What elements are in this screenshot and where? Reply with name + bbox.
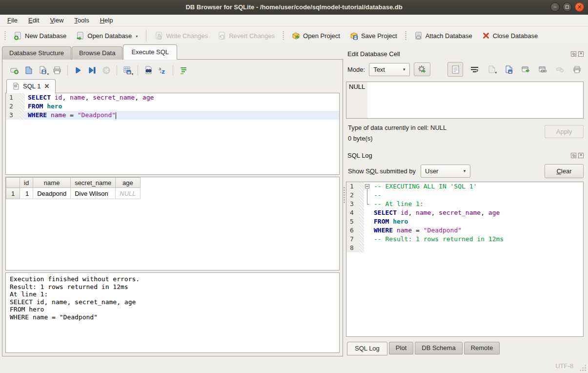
grid-corner[interactable] xyxy=(6,178,20,188)
new-database-button[interactable]: New Database xyxy=(9,29,71,42)
format-sql-button[interactable] xyxy=(177,64,190,77)
code-line[interactable]: 8 xyxy=(346,244,583,252)
code-text: SELECT id, name, secret_name, age xyxy=(25,93,339,102)
sql-editor[interactable]: 1SELECT id, name, secret_name, age2FROM … xyxy=(5,93,340,175)
combo-arrow-icon: ▾ xyxy=(459,168,470,173)
log-filter-combo[interactable]: User ▾ xyxy=(421,165,470,178)
table-row[interactable]: 11DeadpondDive WilsonNULL xyxy=(6,188,141,199)
code-line[interactable]: 3WHERE name = "Deadpond" xyxy=(6,111,339,120)
execute-current-line-button[interactable] xyxy=(86,64,99,77)
table-cell[interactable]: NULL xyxy=(116,188,140,199)
tab-db-schema[interactable]: DB Schema xyxy=(415,342,462,354)
close-database-icon xyxy=(482,32,490,40)
cell-editor[interactable]: NULL xyxy=(346,82,584,119)
revert-changes-label: Revert Changes xyxy=(229,32,275,40)
print-button[interactable] xyxy=(51,64,63,77)
open-external-button[interactable] xyxy=(520,63,531,75)
open-sql-tab-button[interactable] xyxy=(8,64,21,77)
clear-log-button[interactable]: Clear xyxy=(545,164,584,178)
save-sql-file-button[interactable]: ▾ xyxy=(37,64,49,77)
code-line[interactable]: 7-- Result: 1 rows returned in 12ms xyxy=(346,235,583,244)
sql-file-tab[interactable]: SQL 1 ✕ xyxy=(6,79,56,93)
row-header[interactable]: 1 xyxy=(6,188,20,199)
code-line[interactable]: 5FROM hero xyxy=(346,217,583,226)
column-header[interactable]: name xyxy=(33,178,71,188)
import-data-icon xyxy=(487,65,496,74)
attach-database-icon xyxy=(414,32,423,40)
close-dock-icon[interactable]: ✕ xyxy=(578,51,584,57)
save-project-button[interactable]: Save Project xyxy=(345,29,402,42)
copy-link-button[interactable] xyxy=(537,63,548,75)
close-database-button[interactable]: Close Database xyxy=(478,29,543,42)
stop-icon xyxy=(102,66,111,75)
menu-file[interactable]: File xyxy=(2,16,23,25)
revert-changes-button: Revert Changes xyxy=(213,29,279,42)
fold-collapse-icon[interactable] xyxy=(364,182,371,191)
toolbar-grip xyxy=(405,30,407,41)
column-header[interactable]: age xyxy=(116,178,140,188)
minimize-button[interactable]: − xyxy=(550,2,560,12)
save-sql-dropdown-icon[interactable]: ▾ xyxy=(47,72,49,76)
import-dropdown-icon: ▾ xyxy=(495,71,497,75)
word-wrap-button[interactable] xyxy=(468,63,480,75)
tab-browse-data[interactable]: Browse Data xyxy=(72,46,122,60)
export-data-button[interactable] xyxy=(503,63,514,75)
find-replace-button[interactable] xyxy=(142,64,155,77)
gutter-hatch xyxy=(359,208,364,217)
code-line[interactable]: 1-- EXECUTING ALL IN 'SQL 1' xyxy=(346,182,583,191)
float-dock-icon[interactable] xyxy=(571,153,576,158)
open-database-button[interactable]: Open Database ▾ xyxy=(72,29,142,42)
tab-execute-sql[interactable]: Execute SQL xyxy=(123,44,177,60)
column-header[interactable]: id xyxy=(20,178,33,188)
resize-grip-icon[interactable] xyxy=(579,364,586,371)
save-results-button[interactable]: ▾ xyxy=(121,64,134,77)
close-tab-icon[interactable]: ✕ xyxy=(44,83,49,90)
fold-guide xyxy=(364,200,371,208)
code-line[interactable]: 6WHERE name = "Deadpond" xyxy=(346,226,583,235)
code-text: -- xyxy=(371,191,583,200)
print-cell-button[interactable] xyxy=(571,63,583,75)
text-view-button[interactable] xyxy=(447,62,463,77)
table-cell[interactable]: Deadpond xyxy=(33,188,71,199)
close-dock-icon[interactable]: ✕ xyxy=(578,153,584,158)
auto-completion-button[interactable]: az xyxy=(156,64,169,77)
code-text: SELECT id, name, secret_name, age xyxy=(371,208,583,217)
tab-remote[interactable]: Remote xyxy=(464,342,500,354)
gutter-hatch xyxy=(359,200,364,208)
execute-all-button[interactable] xyxy=(72,64,84,77)
table-cell[interactable]: Dive Wilson xyxy=(71,188,116,199)
close-button[interactable]: ✕ xyxy=(575,2,584,12)
menu-help[interactable]: Help xyxy=(95,16,119,25)
import-data-button: ▾ xyxy=(486,63,497,75)
code-line[interactable]: 4SELECT id, name, secret_name, age xyxy=(346,208,583,217)
code-line[interactable]: 2-- xyxy=(346,191,583,200)
menu-tools[interactable]: Tools xyxy=(69,16,94,25)
write-changes-icon xyxy=(155,32,163,40)
menu-view[interactable]: View xyxy=(44,16,69,25)
tab-database-structure[interactable]: Database Structure xyxy=(2,46,71,60)
gutter-hatch xyxy=(359,226,364,235)
mode-combo[interactable]: Text ▾ xyxy=(369,63,410,76)
auto-switch-mode-button[interactable] xyxy=(414,62,430,76)
float-dock-icon[interactable] xyxy=(571,51,576,57)
open-database-dropdown-icon[interactable]: ▾ xyxy=(136,34,138,40)
auto-completion-icon: az xyxy=(158,66,167,75)
code-line[interactable]: 3-- At line 1: xyxy=(346,200,583,208)
table-cell[interactable]: 1 xyxy=(20,188,33,199)
panel-splitter[interactable] xyxy=(343,45,345,359)
code-line[interactable]: 1SELECT id, name, secret_name, age xyxy=(6,93,339,102)
open-project-button[interactable]: Open Project xyxy=(287,29,345,42)
code-line[interactable]: 2FROM hero xyxy=(6,102,339,111)
mode-label: Mode: xyxy=(347,66,365,73)
column-header[interactable]: secret_name xyxy=(71,178,116,188)
sql-log-view[interactable]: 1-- EXECUTING ALL IN 'SQL 1'2--3-- At li… xyxy=(346,182,584,337)
menu-edit[interactable]: Edit xyxy=(23,16,44,25)
save-results-dropdown-icon[interactable]: ▾ xyxy=(131,72,133,76)
maximize-button[interactable] xyxy=(563,2,572,12)
open-sql-file-button[interactable] xyxy=(22,64,35,77)
tab-plot[interactable]: Plot xyxy=(389,342,413,354)
attach-database-button[interactable]: Attach Database xyxy=(410,29,477,42)
tab-sql-log[interactable]: SQL Log xyxy=(347,342,387,355)
write-changes-button: Write Changes xyxy=(150,29,212,42)
execute-current-line-icon xyxy=(88,66,97,75)
